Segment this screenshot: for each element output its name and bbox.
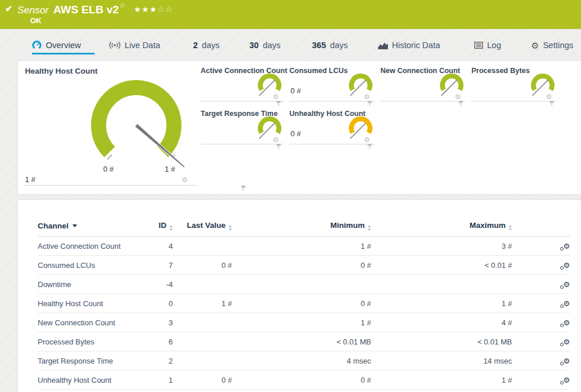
tab-historic-data[interactable]: Historic Data xyxy=(378,37,440,53)
channel-minimum-cell: 4 msec xyxy=(232,351,371,371)
column-header-channel[interactable]: Channel xyxy=(38,221,142,237)
channel-row[interactable]: Healthy Host Count 0 1 # 0 # 1 # ⚙ xyxy=(38,294,570,313)
channel-id-cell: -4 xyxy=(142,275,173,294)
stars-filled: ★★★ xyxy=(134,5,158,14)
tab-overview-label: Overview xyxy=(46,41,81,50)
channel-id-cell: 6 xyxy=(142,332,173,351)
broadcast-icon xyxy=(109,41,121,49)
small-gauge-value: 0 # xyxy=(290,86,301,95)
column-header-settings xyxy=(512,221,570,237)
sort-icon xyxy=(169,225,173,231)
tab-log[interactable]: Log xyxy=(474,37,501,53)
gauge-gear-icon[interactable]: ⚙ xyxy=(364,136,370,143)
channel-last-value-cell xyxy=(173,332,232,351)
tab-365-days-label: days xyxy=(330,41,348,50)
tab-settings[interactable]: ⚙ Settings xyxy=(531,37,573,53)
channel-maximum-cell: 1 # xyxy=(371,294,512,313)
active-tab-underline xyxy=(32,53,95,55)
channel-minimum-cell: 0 # xyxy=(232,256,371,275)
small-gauge-cell-target-response-time[interactable]: Target Response Time ⚙ xyxy=(201,108,284,144)
channel-id-cell: 2 xyxy=(142,351,173,371)
tab-live-data[interactable]: Live Data xyxy=(109,37,160,53)
flag-icon[interactable]: ⚐ xyxy=(120,2,126,9)
small-gauge-cell-active-connection-count[interactable]: Active Connection Count ⚙ xyxy=(201,66,284,101)
channel-table-body: Active Connection Count 4 1 # 3 # ⚙ Cons… xyxy=(38,237,570,390)
channel-last-value-cell xyxy=(173,351,232,371)
channel-last-value-cell: 0 # xyxy=(173,371,232,390)
channel-id-cell: 3 xyxy=(142,313,173,332)
channel-settings-icon[interactable]: ⚙ xyxy=(563,242,570,250)
channel-settings-icon[interactable]: ⚙ xyxy=(563,300,570,307)
tab-2-days-number: 2 xyxy=(193,41,198,50)
channel-row[interactable]: Processed Bytes 6 < 0.01 MB < 0.01 MB ⚙ xyxy=(38,332,570,351)
channels-panel: Channel ID Last Value Minimum Maximum Ac… xyxy=(17,199,581,392)
channel-settings-icon[interactable]: ⚙ xyxy=(563,281,570,288)
gauge-gear-icon[interactable]: ⚙ xyxy=(273,136,279,143)
main-gauge-scale-max: 1 # xyxy=(161,165,179,173)
tab-overview[interactable]: Overview xyxy=(32,37,81,53)
table-header-row: Channel ID Last Value Minimum Maximum xyxy=(38,221,570,237)
sensor-status-text: OK xyxy=(30,16,42,25)
tab-2-days[interactable]: 2 days xyxy=(193,37,220,53)
channel-maximum-cell: 1 # xyxy=(371,371,512,390)
channel-row[interactable]: Active Connection Count 4 1 # 3 # ⚙ xyxy=(38,237,570,256)
gauge-gear-icon[interactable]: ⚙ xyxy=(364,93,370,100)
channel-row[interactable]: Downtime -4 ⚙ xyxy=(38,275,570,294)
gauges-panel: Healthy Host Count 0 # 1 # x̄ 1 # ⚙ Acti… xyxy=(17,60,581,195)
channel-name-cell[interactable]: Active Connection Count xyxy=(38,237,142,256)
channel-row[interactable]: Consumed LCUs 7 0 # 0 # < 0.01 # ⚙ xyxy=(38,256,570,275)
channel-settings-icon[interactable]: ⚙ xyxy=(563,357,570,365)
channel-last-value-cell xyxy=(173,275,232,294)
channels-table: Channel ID Last Value Minimum Maximum Ac… xyxy=(38,221,570,390)
column-header-id[interactable]: ID xyxy=(142,221,173,237)
gauge-gear-icon[interactable]: ⚙ xyxy=(181,176,188,183)
main-gauge-cell[interactable]: Healthy Host Count 0 # 1 # x̄ 1 # ⚙ xyxy=(18,61,202,194)
tab-365-days[interactable]: 365 days xyxy=(312,37,348,53)
small-gauge-cell-consumed-lcus[interactable]: Consumed LCUs 0 # ⚙ xyxy=(289,66,375,101)
channel-name-cell[interactable]: Target Response Time xyxy=(38,351,142,371)
small-gauge-title: Consumed LCUs xyxy=(289,67,348,75)
small-gauge-cell-unhealthy-host-count[interactable]: Unhealthy Host Count 0 # ⚙ xyxy=(289,108,375,144)
channel-settings-icon[interactable]: ⚙ xyxy=(563,376,570,384)
priority-stars[interactable]: ★★★☆☆ xyxy=(134,5,173,14)
channel-maximum-cell: < 0.01 MB xyxy=(371,332,512,351)
main-gauge-scale-min: 0 # xyxy=(99,165,118,173)
tab-settings-label: Settings xyxy=(543,41,573,50)
channel-name-cell[interactable]: New Connection Count xyxy=(38,313,142,332)
channel-row[interactable]: Target Response Time 2 4 msec 14 msec ⚙ xyxy=(38,351,570,371)
small-gauge-cell-processed-bytes[interactable]: Processed Bytes ⚙ xyxy=(471,66,557,101)
sort-desc-icon xyxy=(72,224,77,227)
channel-settings-icon[interactable]: ⚙ xyxy=(563,319,570,326)
channel-id-cell: 4 xyxy=(142,237,173,256)
channel-settings-icon[interactable]: ⚙ xyxy=(563,262,570,269)
main-gauge xyxy=(77,70,199,183)
channel-last-value-cell xyxy=(173,237,232,256)
channel-name-cell[interactable]: Unhealthy Host Count xyxy=(38,371,142,390)
channel-name-cell[interactable]: Processed Bytes xyxy=(38,332,142,351)
tab-30-days[interactable]: 30 days xyxy=(249,37,281,53)
gauge-gear-icon[interactable]: ⚙ xyxy=(546,93,552,100)
sensor-kind-label: Sensor xyxy=(17,5,49,16)
cell-divider xyxy=(24,185,197,186)
channel-name-cell[interactable]: Consumed LCUs xyxy=(38,256,142,275)
channel-name-cell[interactable]: Downtime xyxy=(38,275,142,294)
average-marker: x̄ xyxy=(172,153,176,160)
channel-minimum-cell: 1 # xyxy=(232,313,371,332)
channel-minimum-cell: 1 # xyxy=(232,237,371,256)
gauge-gear-icon[interactable]: ⚙ xyxy=(455,93,461,100)
channel-name-cell[interactable]: Healthy Host Count xyxy=(38,294,142,313)
small-gauge-cell-new-connection-count[interactable]: New Connection Count ⚙ xyxy=(380,66,466,101)
small-gauge-value: 0 # xyxy=(290,129,301,138)
channel-maximum-cell xyxy=(371,275,512,294)
channel-id-cell: 0 xyxy=(142,294,173,313)
channel-row[interactable]: New Connection Count 3 1 # 4 # ⚙ xyxy=(38,313,570,332)
channel-settings-icon[interactable]: ⚙ xyxy=(563,338,570,346)
column-header-last-value[interactable]: Last Value xyxy=(173,221,232,237)
small-gauge-title: Processed Bytes xyxy=(471,67,530,75)
tab-log-label: Log xyxy=(487,41,501,50)
column-header-maximum[interactable]: Maximum xyxy=(371,221,512,237)
channel-row[interactable]: Unhealthy Host Count 1 0 # 0 # 1 # ⚙ xyxy=(38,371,570,390)
gear-icon: ⚙ xyxy=(531,41,539,50)
gauge-gear-icon[interactable]: ⚙ xyxy=(273,93,279,100)
column-header-minimum[interactable]: Minimum xyxy=(232,221,371,237)
